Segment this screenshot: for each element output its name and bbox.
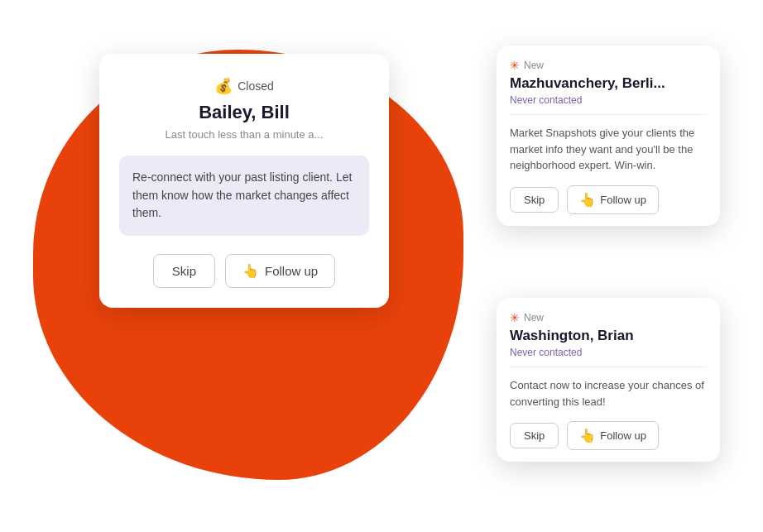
message-box: Re-connect with your past listing client…	[119, 156, 369, 236]
contact-name: Bailey, Bill	[119, 102, 369, 123]
followup-button[interactable]: 👆 Follow up	[225, 254, 335, 288]
right-top-contact: Never contacted	[510, 94, 707, 106]
right-top-name: Mazhuvanchery, Berli...	[510, 75, 707, 92]
hand-icon-top: 👆	[579, 192, 596, 208]
sun-icon-top: ✳	[510, 59, 520, 72]
card-actions: Skip 👆 Follow up	[119, 254, 369, 288]
hand-icon: 👆	[242, 263, 259, 279]
right-card-top: ✳ New Mazhuvanchery, Berli... Never cont…	[497, 46, 720, 226]
right-top-status: ✳ New	[510, 59, 707, 72]
scene: 💰 Closed Bailey, Bill Last touch less th…	[0, 0, 763, 532]
right-bottom-name: Washington, Brian	[510, 328, 707, 344]
status-icon: 💰	[214, 77, 233, 95]
last-touch: Last touch less than a minute a...	[119, 128, 369, 141]
right-top-actions: Skip 👆 Follow up	[510, 185, 707, 214]
new-label-top: New	[524, 60, 544, 71]
skip-button-bottom[interactable]: Skip	[510, 423, 559, 448]
skip-button-top[interactable]: Skip	[510, 187, 559, 213]
right-card-bottom: ✳ New Washington, Brian Never contacted …	[497, 298, 720, 462]
right-bottom-status: ✳ New	[510, 311, 707, 324]
followup-label-top: Follow up	[600, 194, 646, 206]
divider-bottom	[510, 367, 707, 367]
sun-icon-bottom: ✳	[510, 311, 520, 324]
new-label-bottom: New	[524, 312, 544, 324]
main-card: 💰 Closed Bailey, Bill Last touch less th…	[99, 54, 389, 308]
right-bottom-body: Contact now to increase your chances of …	[510, 377, 707, 410]
right-bottom-contact: Never contacted	[510, 347, 707, 358]
card-status: 💰 Closed	[119, 77, 369, 95]
followup-button-bottom[interactable]: 👆 Follow up	[567, 421, 659, 450]
followup-label: Follow up	[265, 264, 318, 278]
followup-label-bottom: Follow up	[600, 429, 646, 442]
status-label: Closed	[238, 79, 274, 93]
followup-button-top[interactable]: 👆 Follow up	[567, 185, 659, 214]
right-bottom-actions: Skip 👆 Follow up	[510, 421, 707, 450]
right-top-body: Market Snapshots give your clients the m…	[510, 125, 707, 174]
message-text: Re-connect with your past listing client…	[132, 169, 356, 223]
divider-top	[510, 114, 707, 115]
skip-button[interactable]: Skip	[153, 254, 215, 288]
hand-icon-bottom: 👆	[579, 428, 596, 443]
